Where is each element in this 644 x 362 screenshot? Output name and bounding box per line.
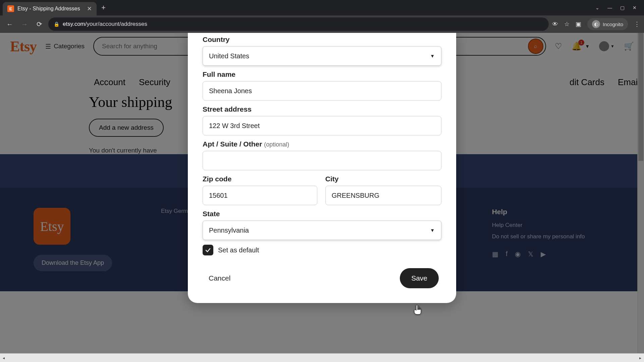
menu-icon[interactable]: ⋮ (634, 20, 640, 28)
incognito-icon: ◐ (592, 20, 600, 28)
url-text: etsy.com/your/account/addresses (63, 21, 147, 27)
tab-title: Etsy - Shipping Addresses (17, 6, 84, 12)
eye-off-icon[interactable]: 👁 (552, 21, 558, 28)
cancel-button[interactable]: Cancel (205, 269, 234, 287)
state-label: State (203, 210, 441, 218)
apt-label: Apt / Suite / Other (optional) (203, 140, 441, 148)
city-input[interactable] (325, 186, 441, 205)
maximize-icon[interactable]: ▢ (620, 5, 625, 10)
minimize-icon[interactable]: — (607, 5, 612, 10)
etsy-favicon: E (7, 5, 14, 12)
country-label: Country (203, 36, 441, 44)
state-select[interactable]: Pennsylvania (203, 221, 441, 240)
new-tab-button[interactable]: + (97, 3, 110, 12)
os-taskbar[interactable]: ◂ ▸ (0, 353, 644, 362)
lock-icon: 🔒 (54, 21, 59, 27)
fullname-input[interactable] (203, 81, 441, 101)
back-button[interactable]: ← (4, 18, 15, 30)
zip-input[interactable] (203, 186, 317, 205)
address-modal: Country United States ▼ Full name Street… (188, 33, 456, 303)
tab-bar: E Etsy - Shipping Addresses ✕ + ⌄ — ▢ ✕ (0, 0, 644, 15)
chevron-left-icon[interactable]: ◂ (3, 356, 5, 360)
apt-input[interactable] (203, 151, 441, 170)
incognito-badge[interactable]: ◐ Incognito (587, 18, 628, 30)
fullname-label: Full name (203, 70, 441, 78)
close-tab-icon[interactable]: ✕ (87, 5, 92, 12)
address-bar: ← → ⟳ 🔒 etsy.com/your/account/addresses … (0, 15, 644, 33)
chevron-right-icon[interactable]: ▸ (639, 356, 641, 360)
zip-label: Zip code (203, 175, 317, 183)
country-select[interactable]: United States (203, 46, 441, 66)
save-button[interactable]: Save (400, 268, 439, 288)
forward-button[interactable]: → (19, 18, 30, 30)
check-icon (205, 247, 211, 253)
bookmark-icon[interactable]: ☆ (564, 20, 570, 28)
reload-button[interactable]: ⟳ (34, 18, 45, 30)
default-checkbox[interactable] (203, 245, 213, 255)
city-label: City (325, 175, 441, 183)
browser-tab[interactable]: E Etsy - Shipping Addresses ✕ (3, 2, 97, 15)
street-label: Street address (203, 105, 441, 113)
default-label: Set as default (218, 246, 259, 254)
install-icon[interactable]: ▣ (576, 20, 581, 28)
street-input[interactable] (203, 116, 441, 135)
url-field[interactable]: 🔒 etsy.com/your/account/addresses (48, 17, 549, 31)
close-window-icon[interactable]: ✕ (633, 5, 637, 10)
chevron-down-icon[interactable]: ⌄ (595, 5, 599, 10)
